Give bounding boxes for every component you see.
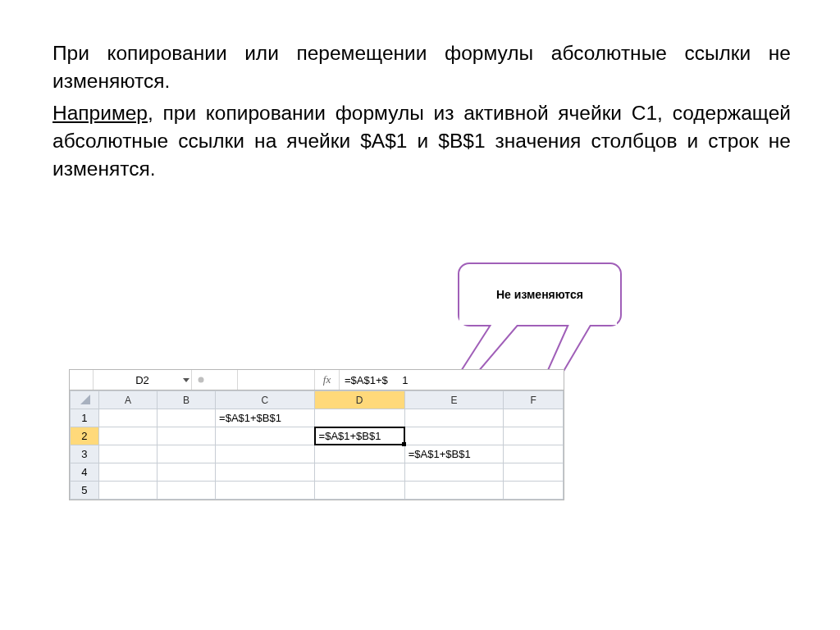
row-header-2[interactable]: 2 [71, 427, 99, 445]
col-header-D[interactable]: D [314, 391, 404, 409]
col-header-E[interactable]: E [404, 391, 504, 409]
cell-B2[interactable] [157, 427, 215, 445]
cell-F4[interactable] [504, 463, 564, 482]
cell-D4[interactable] [314, 463, 404, 482]
cell-B3[interactable] [157, 445, 215, 463]
cell-C5[interactable] [216, 482, 315, 500]
formula-bar-input[interactable]: =$A$1+$XX1 [339, 370, 565, 390]
cell-A3[interactable] [98, 445, 157, 463]
cell-E3[interactable]: =$A$1+$B$1 [404, 445, 504, 463]
callout-box: Не изменяются [458, 262, 622, 326]
paragraph-2-rest: при копировании формулы из активной ячей… [52, 102, 791, 180]
col-header-B[interactable]: B [157, 391, 215, 409]
cell-B4[interactable] [157, 463, 215, 482]
cell-D3[interactable] [314, 445, 404, 463]
fx-label[interactable]: fx [314, 370, 339, 390]
col-header-C[interactable]: C [216, 391, 315, 409]
row-header-5[interactable]: 5 [71, 482, 99, 500]
cell-D1[interactable] [314, 409, 404, 427]
column-header-row: A B C D E F [71, 391, 564, 409]
cell-C1[interactable]: =$A$1+$B$1 [216, 409, 315, 427]
cell-B1[interactable] [157, 409, 215, 427]
table-row: 4 [71, 463, 564, 482]
row-header-1[interactable]: 1 [71, 409, 99, 427]
spreadsheet-grid[interactable]: A B C D E F 1 =$A$1+$B$1 2 [70, 390, 564, 500]
table-row: 1 =$A$1+$B$1 [71, 409, 564, 427]
triangle-icon [79, 393, 90, 404]
spreadsheet: D2 fx =$A$1+$XX1 A B C D E F [69, 369, 564, 500]
cell-C3[interactable] [216, 445, 315, 463]
cell-F2[interactable] [504, 427, 564, 445]
cell-D5[interactable] [314, 482, 404, 500]
col-header-A[interactable]: A [98, 391, 157, 409]
cell-A2[interactable] [98, 427, 157, 445]
cell-A1[interactable] [98, 409, 157, 427]
chevron-down-icon[interactable] [183, 378, 189, 382]
row-header-3[interactable]: 3 [71, 445, 99, 463]
cell-C4[interactable] [216, 463, 315, 482]
dot-icon [197, 376, 205, 384]
col-header-F[interactable]: F [504, 391, 564, 409]
cell-F3[interactable] [504, 445, 564, 463]
fill-handle[interactable] [402, 442, 406, 446]
cell-F1[interactable] [504, 409, 564, 427]
cell-E4[interactable] [404, 463, 504, 482]
cell-C2[interactable] [216, 427, 315, 445]
table-row: 5 [71, 482, 564, 500]
paragraph-1: При копировании или перемещении формулы … [52, 39, 791, 96]
formula-bar-row: D2 fx =$A$1+$XX1 [69, 369, 564, 390]
callout-label: Не изменяются [496, 288, 583, 301]
table-row: 2 =$A$1+$B$1 [71, 427, 564, 445]
formula-bar-spacer [191, 370, 237, 390]
cell-D2-active[interactable]: =$A$1+$B$1 [314, 427, 404, 445]
name-box[interactable]: D2 [93, 370, 191, 390]
cell-E1[interactable] [404, 409, 504, 427]
row-header-4[interactable]: 4 [71, 463, 99, 482]
cell-B5[interactable] [157, 482, 215, 500]
table-row: 3 =$A$1+$B$1 [71, 445, 564, 463]
svg-point-3 [199, 377, 204, 383]
cell-A5[interactable] [98, 482, 157, 500]
cell-F5[interactable] [504, 482, 564, 500]
select-all-corner[interactable] [71, 391, 99, 409]
paragraph-2: Например, при копировании формулы из акт… [52, 99, 791, 184]
cell-E2[interactable] [404, 427, 504, 445]
svg-marker-4 [80, 395, 90, 404]
cell-E5[interactable] [404, 482, 504, 500]
cell-A4[interactable] [98, 463, 157, 482]
underlined-word: Например, [52, 102, 153, 124]
